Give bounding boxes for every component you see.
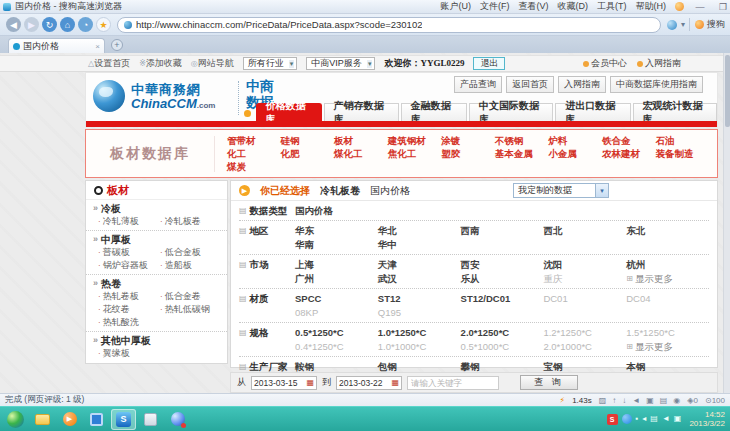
menubar-item[interactable]: 文件(F) — [480, 0, 510, 13]
taskbar-app-folder[interactable] — [30, 409, 55, 430]
filter-option[interactable]: 0.4*1250*C — [295, 340, 378, 354]
date-from-input[interactable]: 2013-03-15 ▦ — [251, 376, 317, 390]
scrollbar-thumb[interactable] — [725, 55, 730, 127]
zoom-control[interactable]: ⊙100 — [705, 396, 725, 405]
taskbar-app-media[interactable]: ▶ — [57, 409, 82, 430]
filter-option[interactable]: 08KP — [295, 306, 378, 320]
tray-app-icon[interactable] — [622, 414, 632, 424]
selected-data-type[interactable]: 国内价格 — [370, 184, 410, 198]
category-link[interactable]: 涂镀 — [441, 134, 495, 147]
menubar-item[interactable]: 收藏(D) — [558, 0, 589, 13]
taskbar-clock[interactable]: 14:52 2013/3/22 — [685, 410, 725, 428]
address-bar[interactable]: http://www.chinaccm.com/PriceData/PriceD… — [117, 17, 661, 33]
sidebar-group-label[interactable]: »冷板 — [93, 202, 222, 215]
nav-tab-item[interactable]: 中文国际数据库 — [469, 103, 553, 121]
security-shield-icon[interactable] — [667, 20, 677, 30]
category-link[interactable]: 石油 — [655, 134, 709, 147]
filter-option[interactable]: DC04 — [626, 292, 709, 306]
calendar-icon[interactable]: ▦ — [391, 379, 399, 387]
filter-option[interactable]: 0.5*1000*C — [461, 340, 544, 354]
network-tray-icon[interactable]: ▤ — [650, 415, 658, 423]
filter-option[interactable]: 东北 — [626, 224, 709, 238]
category-link[interactable]: 基本金属 — [495, 147, 549, 160]
member-center-link[interactable]: 会员中心 — [583, 57, 627, 70]
tab-close-icon[interactable]: × — [95, 42, 100, 51]
filter-option[interactable]: 1.5*1250*C — [626, 326, 709, 340]
home-icon[interactable]: ⌂ — [60, 17, 75, 32]
category-link[interactable]: 装备制造 — [655, 147, 709, 160]
sidebar-item[interactable]: ·造船板 — [160, 259, 222, 272]
filter-option[interactable]: 华北 — [378, 224, 461, 238]
tab-title[interactable]: 国内价格 — [23, 40, 59, 53]
shield-counter[interactable]: ◈0 — [687, 396, 698, 405]
filter-option[interactable]: 1.0*1000*C — [378, 340, 461, 354]
status-tool-icon[interactable]: ◄ — [632, 396, 640, 405]
new-tab-button[interactable]: + — [111, 39, 123, 51]
nav-tab-active[interactable]: 价格数据库 — [256, 103, 322, 121]
custom-data-select[interactable]: 我定制的数据 ▾ — [513, 183, 609, 198]
filter-option[interactable]: SPCC — [295, 292, 378, 306]
sidebar-item[interactable]: ·低合金卷 — [160, 290, 222, 303]
refresh-icon[interactable]: ↻ — [42, 17, 57, 32]
status-tool-icon[interactable]: ▤ — [660, 396, 668, 405]
forward-icon[interactable]: ▶ — [24, 17, 39, 32]
url-dropdown-icon[interactable]: ▾ — [681, 20, 685, 29]
filter-option[interactable]: 1.0*1250*C — [378, 326, 461, 340]
filter-option[interactable]: 沈阳 — [543, 258, 626, 272]
filter-option[interactable]: 西安 — [461, 258, 544, 272]
category-link[interactable]: 不锈钢 — [495, 134, 549, 147]
filter-option[interactable]: 重庆 — [543, 272, 626, 286]
sidebar-group-label[interactable]: »中厚板 — [93, 233, 222, 246]
filter-option[interactable]: 华中 — [378, 238, 461, 252]
filter-option[interactable]: ST12/DC01 — [461, 292, 544, 306]
menubar-item[interactable]: 帮助(H) — [636, 0, 667, 13]
calendar-icon[interactable]: ▦ — [306, 379, 314, 387]
filter-option[interactable]: 乐从 — [461, 272, 544, 286]
status-tool-icon[interactable]: ↓ — [622, 396, 626, 405]
browser-tab[interactable]: 国内价格 × — [8, 38, 105, 53]
nav-tab-item[interactable]: 进出口数据库 — [555, 103, 630, 121]
category-link[interactable]: 管带材 — [227, 134, 281, 147]
category-link[interactable]: 煤化工 — [334, 147, 388, 160]
filter-option[interactable]: Q195 — [378, 306, 461, 320]
status-tool-icon[interactable]: ▣ — [646, 396, 654, 405]
status-tool-icon[interactable]: ▨ — [599, 396, 607, 405]
category-link[interactable]: 炉料 — [548, 134, 602, 147]
category-link[interactable]: 铁合金 — [602, 134, 656, 147]
category-link[interactable]: 小金属 — [548, 147, 602, 160]
quick-link-button[interactable]: 返回首页 — [506, 76, 554, 93]
selected-product[interactable]: 冷轧板卷 — [320, 184, 360, 198]
filter-option[interactable]: 天津 — [378, 258, 461, 272]
search-segment[interactable]: 搜狗 — [689, 18, 725, 31]
sidebar-item[interactable]: ·冷轧板卷 — [160, 215, 222, 228]
show-more-link[interactable]: ⊞显示更多 — [626, 272, 709, 286]
category-link[interactable]: 焦化工 — [388, 147, 442, 160]
status-tool-icon[interactable]: ↑ — [612, 396, 616, 405]
filter-option[interactable]: 杭州 — [626, 258, 709, 272]
keyword-input[interactable] — [407, 376, 499, 390]
favorites-star-icon[interactable]: ★ — [96, 17, 111, 32]
nav-tab-item[interactable]: 金融数据库 — [401, 103, 467, 121]
show-more-link[interactable]: ⊞显示更多 — [626, 340, 709, 354]
category-link[interactable]: 建筑钢材 — [388, 134, 442, 147]
start-button[interactable] — [3, 409, 28, 430]
taskbar-app-window[interactable] — [84, 409, 109, 430]
input-method-icon[interactable]: S — [607, 414, 618, 425]
taskbar-app-messenger[interactable] — [165, 409, 190, 430]
join-guide-link[interactable]: 入网指南 — [637, 57, 681, 70]
sidebar-group-label[interactable]: »其他中厚板 — [93, 334, 222, 347]
minimize-button[interactable]: — — [693, 2, 707, 12]
category-link[interactable]: 化工 — [227, 147, 281, 160]
quick-link-button[interactable]: 产品查询 — [454, 76, 502, 93]
sidebar-item[interactable]: ·热轧低碳钢 — [160, 303, 222, 316]
history-icon[interactable]: ◔ — [78, 17, 93, 32]
filter-option[interactable]: DC01 — [543, 292, 626, 306]
category-link[interactable]: 硅钢 — [281, 134, 335, 147]
quick-link-button[interactable]: 中商数据库使用指南 — [610, 76, 703, 93]
usb-tray-icon[interactable]: ▪ — [636, 415, 639, 423]
filter-option[interactable]: 国内价格 — [295, 204, 378, 218]
update-tray-icon[interactable]: ◂ — [642, 415, 646, 423]
sidebar-item[interactable]: ·普碳板 — [98, 246, 160, 259]
vip-service-select[interactable]: 中商VIP服务▾ — [306, 57, 375, 70]
menubar-item[interactable]: 账户(U) — [441, 0, 472, 13]
